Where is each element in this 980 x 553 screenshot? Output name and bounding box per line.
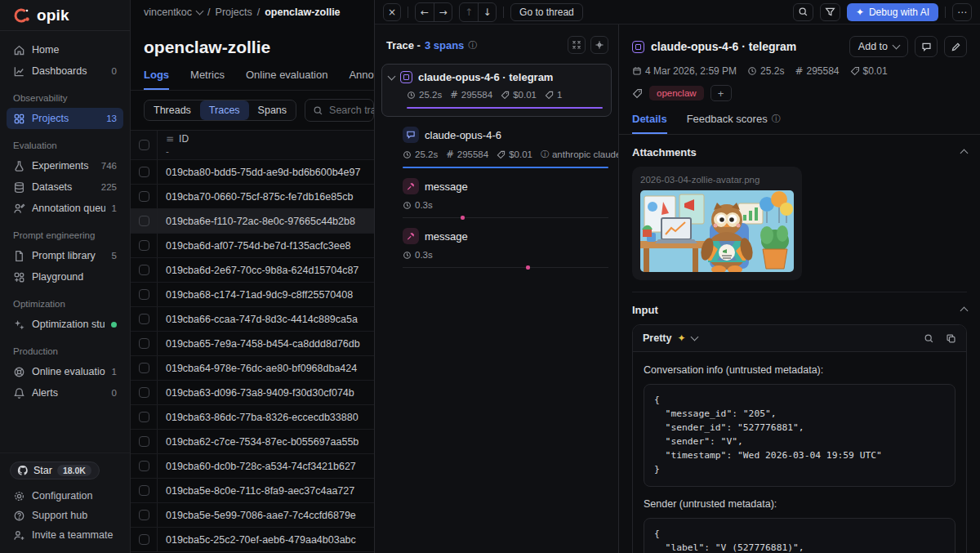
sidebar-item-alerts[interactable]: Alerts 0 [7,382,123,404]
github-star-button[interactable]: Star 18.0K [10,462,100,479]
search-traces-box[interactable] [305,99,374,122]
trace-id-cell[interactable]: 019cba6d-af07-754d-be7d-f135acfc3ee8 [158,240,359,252]
table-row[interactable]: 019cba5e-5e99-7086-aae7-7c4ccfd6879e [131,503,374,528]
table-row[interactable]: 019cba60-dc0b-728c-a534-74cf3421b627 [131,454,374,479]
column-menu-icon[interactable]: ≡ [166,133,174,145]
attachment-card[interactable]: 2026-03-04-zollie-avatar.png [632,167,802,280]
search-button[interactable] [793,3,813,21]
sidebar-item-experiments[interactable]: Experiments 746 [7,155,123,176]
row-checkbox[interactable] [139,510,149,520]
breadcrumb-projects[interactable]: Projects [216,7,252,18]
trace-id-cell[interactable]: 019cba65-7e9a-7458-b454-ca8ddd8d76db [158,338,368,350]
trace-id-cell[interactable]: 019cba5c-25c2-70ef-aeb6-479aa4b03abc [158,534,364,546]
trace-id-cell[interactable]: 019cba62-c7ce-7534-87ec-b055697aa55b [158,436,367,448]
row-checkbox[interactable] [139,240,149,251]
trace-id-cell[interactable]: 019cba63-d096-73a8-9409-f30d30cf074b [158,387,363,399]
add-to-button[interactable]: Add to [849,36,908,57]
row-checkbox[interactable] [139,436,149,447]
table-row[interactable]: 019cba80-bdd5-75dd-ae9d-bd6b600b4e97 [131,160,374,185]
row-checkbox[interactable] [139,363,149,373]
table-row[interactable]: 019cba62-c7ce-7534-87ec-b055697aa55b [131,430,374,454]
table-row[interactable]: 019cba65-7e9a-7458-b454-ca8ddd8d76db [131,332,374,356]
table-row[interactable]: 019cba68-c174-71ad-9dc9-c8ff25570408 [131,283,374,307]
row-checkbox[interactable] [139,191,149,202]
down-span-button[interactable]: ↓ [478,3,496,21]
trace-id-cell[interactable]: 019cba60-dc0b-728c-a534-74cf3421b627 [158,461,364,472]
search-traces-input[interactable] [329,105,374,116]
tab-details[interactable]: Details [632,113,667,134]
row-checkbox[interactable] [139,534,149,545]
trace-root-node[interactable]: claude-opus-4-6 · telegram 25.2s #295584… [381,64,612,117]
tab-logs[interactable]: Logs [144,69,169,90]
table-row[interactable]: 019cba63-d096-73a8-9409-f30d30cf074b [131,381,374,405]
table-row[interactable]: 019cba6e-f110-72ac-8e0c-97665c44b2b8 [131,209,374,234]
tab-feedback-scores[interactable]: Feedback scoresⓘ [687,113,781,134]
expand-all-button[interactable] [590,36,608,54]
trace-id-cell[interactable]: 019cba66-ccaa-747d-8d3c-4414c889ca5a [158,314,366,325]
tab-online-evaluation[interactable]: Online evaluation [246,69,327,90]
llm-span-node[interactable]: claude-opus-4-6 25.2s #295584 $0.01 ⓘant… [399,125,612,168]
trace-id-cell[interactable]: 019cba70-0660-75cf-875c-fe7db16e85cb [158,191,361,203]
more-options-button[interactable]: ⋯ [952,3,972,21]
trace-id-cell[interactable]: 019cba63-86dc-77ba-8326-eccecdb33880 [158,412,367,423]
trace-id-cell[interactable]: 019cba64-978e-76dc-ae80-bf0968dba424 [158,363,365,374]
sidebar-item-datasets[interactable]: Datasets 225 [7,176,123,198]
row-checkbox[interactable] [139,167,149,177]
table-row[interactable]: 019cba6d-af07-754d-be7d-f135acfc3ee8 [131,234,374,258]
sidebar-item-playground[interactable]: Playground [7,266,123,288]
trace-id-cell[interactable]: 019cba68-c174-71ad-9dc9-c8ff25570408 [158,289,361,301]
select-all-checkbox[interactable] [139,140,149,150]
tab-metrics[interactable]: Metrics [190,69,225,90]
sidebar-item-online-evaluation[interactable]: Online evaluation 1 [7,361,123,382]
add-tag-button[interactable]: + [710,85,732,101]
up-span-button[interactable]: ↑ [460,3,478,21]
breadcrumb-workspace[interactable]: vincentkoc [144,7,192,18]
table-row[interactable]: 019cba5c-25c2-70ef-aeb6-479aa4b03abc [131,528,374,552]
sidebar-item-dashboards[interactable]: Dashboards 0 [7,60,123,82]
row-checkbox[interactable] [139,265,149,275]
table-row[interactable]: 019cba63-86dc-77ba-8326-eccecdb33880 [131,405,374,430]
row-checkbox[interactable] [139,387,149,398]
table-row[interactable]: 019cba6d-2e67-70cc-9b8a-624d15704c87 [131,258,374,283]
view-mode-select[interactable]: Pretty [643,332,671,344]
row-checkbox[interactable] [139,289,149,300]
trace-id-cell[interactable]: 019cba5e-8c0e-711c-8fa9-aec37c4aa727 [158,485,363,497]
table-row[interactable]: 019cba5e-8c0e-711c-8fa9-aec37c4aa727 [131,479,374,503]
tag-openclaw[interactable]: openclaw [649,86,704,100]
table-row[interactable]: 019cba70-0660-75cf-875c-fe7db16e85cb [131,185,374,209]
table-row[interactable]: 019cba66-ccaa-747d-8d3c-4414c889ca5a [131,307,374,332]
sidebar-item-prompt-library[interactable]: Prompt library 5 [7,245,123,266]
trace-id-cell[interactable]: 019cba80-bdd5-75dd-ae9d-bd6b600b4e97 [158,167,368,178]
edit-button[interactable] [944,36,967,57]
trace-id-cell[interactable]: 019cba6e-f110-72ac-8e0c-97665c44b2b8 [158,216,363,227]
copy-input-button[interactable] [946,333,956,344]
sidebar-item-projects[interactable]: Projects 13 [7,108,123,129]
subtab-spans[interactable]: Spans [249,100,296,120]
collapse-attachments-button[interactable] [961,146,967,158]
message-span-node[interactable]: message 0.3s [399,176,612,218]
row-checkbox[interactable] [139,461,149,471]
sidebar-item-home[interactable]: Home [7,39,123,60]
message-span-node[interactable]: message 0.3s [399,226,612,268]
sidebar-item-optimization-studio[interactable]: Optimization studio [7,314,123,335]
row-checkbox[interactable] [139,412,149,422]
chevron-down-icon[interactable] [388,72,396,80]
collapse-input-button[interactable] [961,304,967,316]
logo[interactable]: opik [0,0,130,31]
row-checkbox[interactable] [139,338,149,349]
chevron-down-icon[interactable] [690,333,698,341]
attachment-image[interactable] [640,190,794,272]
chevron-down-icon[interactable] [196,7,204,16]
table-row[interactable]: 019cba64-978e-76dc-ae80-bf0968dba424 [131,356,374,381]
sidebar-item-support-hub[interactable]: Support hub [7,506,123,525]
collapse-all-button[interactable] [568,36,586,54]
trace-id-cell[interactable]: 019cba6d-2e67-70cc-9b8a-624d15704c87 [158,265,367,276]
subtab-traces[interactable]: Traces [200,100,249,120]
sidebar-item-annotation-queues[interactable]: Annotation queues 1 [7,198,123,219]
filter-button[interactable] [820,3,840,21]
id-column-header[interactable]: ≡ID - [158,133,197,157]
go-to-thread-button[interactable]: Go to thread [510,3,583,21]
comment-button[interactable] [915,36,938,57]
close-button[interactable]: × [383,3,401,21]
search-in-input-button[interactable] [924,333,934,344]
